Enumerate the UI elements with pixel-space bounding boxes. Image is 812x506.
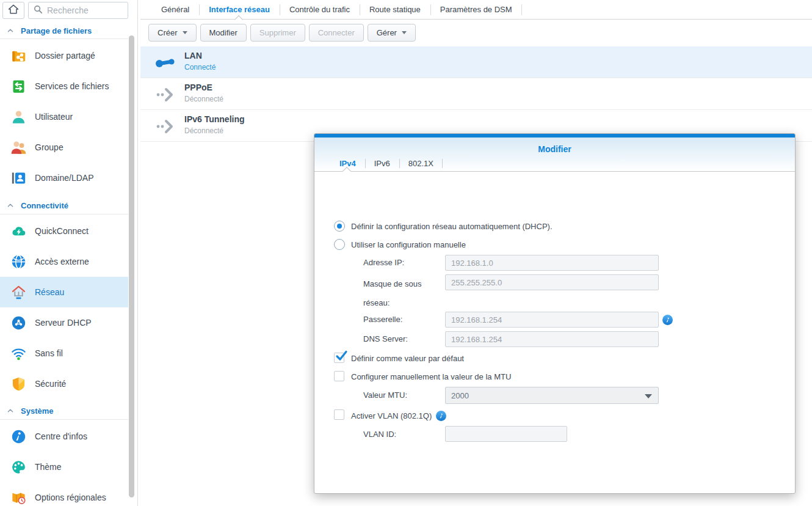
- tab-label: Route statique: [369, 5, 421, 14]
- tab-label: Contrôle du trafic: [289, 5, 350, 14]
- subnet-mask-input[interactable]: [445, 274, 659, 290]
- enable-vlan-checkbox[interactable]: [334, 409, 344, 420]
- dhcp-auto-radio[interactable]: [334, 221, 345, 232]
- theme-icon: [10, 459, 27, 475]
- connect-button[interactable]: Connecter: [309, 24, 364, 42]
- tab-general[interactable]: Général: [151, 0, 199, 19]
- dhcp-auto-radio-label: Définir la configuration réseau automati…: [351, 222, 553, 231]
- mtu-selected-value: 2000: [451, 391, 469, 400]
- sidebar-item-security[interactable]: Sécurité: [0, 369, 128, 399]
- connection-row-pppoe[interactable]: PPPoE Déconnecté: [140, 78, 812, 110]
- sidebar-item-group[interactable]: Groupe: [0, 132, 128, 163]
- connection-status: Connecté: [184, 63, 216, 72]
- sidebar-item-user[interactable]: Utilisateur: [0, 101, 128, 132]
- tab-label: IPv6: [374, 159, 390, 168]
- dns-server-input[interactable]: [445, 331, 659, 347]
- sidebar-item-label: Thème: [35, 462, 62, 472]
- tab-label: IPv4: [339, 159, 356, 168]
- tab-dsm-settings[interactable]: Paramètres de DSM: [430, 0, 522, 19]
- search-input[interactable]: [47, 6, 119, 15]
- sidebar-section-file-sharing[interactable]: Partage de fichiers: [0, 23, 128, 38]
- main-tabbar: Général Interface réseau Contrôle du tra…: [140, 0, 812, 20]
- connection-row-lan[interactable]: LAN Connecté: [140, 46, 812, 78]
- info-icon[interactable]: [436, 411, 446, 421]
- sidebar-section-connectivity[interactable]: Connectivité: [0, 198, 128, 213]
- vlan-id-label: VLAN ID:: [363, 430, 396, 439]
- sidebar-item-label: Sans fil: [35, 348, 63, 358]
- sidebar-item-label: Services de fichiers: [35, 81, 109, 91]
- connection-name: PPPoE: [184, 82, 212, 92]
- network-icon: [10, 284, 27, 301]
- tab-label: Général: [161, 5, 189, 14]
- gateway-input[interactable]: [445, 312, 659, 328]
- dialog-body: Définir la configuration réseau automati…: [314, 172, 795, 494]
- sidebar-item-domain-ldap[interactable]: Domaine/LDAP: [0, 163, 128, 193]
- connection-name: LAN: [184, 51, 202, 61]
- home-icon: [7, 3, 20, 18]
- button-label: Gérer: [377, 28, 397, 37]
- file-services-icon: [10, 78, 27, 95]
- manage-button[interactable]: Gérer: [368, 24, 416, 42]
- subnet-mask-label: Masque de sous réseau:: [363, 274, 443, 312]
- external-access-icon: [10, 254, 27, 270]
- sidebar: Partage de fichiers Dossier partagé Serv…: [0, 0, 128, 506]
- modify-button[interactable]: Modifier: [200, 24, 247, 42]
- tab-label: 802.1X: [408, 159, 433, 168]
- sidebar-item-label: Options régionales: [35, 493, 106, 502]
- sidebar-item-label: Accès externe: [35, 257, 89, 266]
- chevron-down-icon: [645, 394, 652, 398]
- dns-server-label: DNS Server:: [363, 334, 408, 343]
- set-as-default-label: Définir comme valeur par défaut: [351, 354, 464, 363]
- sidebar-item-external-access[interactable]: Accès externe: [0, 246, 128, 277]
- lan-icon: [154, 54, 178, 71]
- sidebar-item-label: Domaine/LDAP: [35, 173, 94, 183]
- sidebar-item-network[interactable]: Réseau: [0, 277, 128, 307]
- divider: [137, 0, 138, 506]
- divider: [0, 38, 128, 39]
- ip-address-input[interactable]: [445, 255, 659, 271]
- sidebar-scrollbar[interactable]: [129, 35, 134, 497]
- create-button[interactable]: Créer: [148, 24, 197, 42]
- info-icon[interactable]: [662, 315, 673, 325]
- security-icon: [10, 376, 27, 392]
- tab-ipv4[interactable]: IPv4: [330, 156, 365, 171]
- info-center-icon: [10, 428, 27, 445]
- button-label: Connecter: [318, 28, 355, 37]
- search-icon: [33, 4, 43, 17]
- sidebar-item-wireless[interactable]: Sans fil: [0, 338, 128, 369]
- delete-button[interactable]: Supprimer: [250, 24, 305, 42]
- button-label: Modifier: [209, 28, 237, 37]
- sidebar-item-info-center[interactable]: Centre d'infos: [0, 421, 128, 452]
- chevron-down-icon: [183, 31, 187, 34]
- sidebar-section-system[interactable]: Système: [0, 403, 128, 418]
- quickconnect-icon: [10, 223, 27, 240]
- connection-name: IPv6 Tunneling: [184, 114, 245, 124]
- set-as-default-checkbox[interactable]: [334, 353, 344, 363]
- enable-vlan-label-row: Activer VLAN (802.1Q): [351, 411, 446, 421]
- wireless-icon: [10, 345, 27, 362]
- dialog-header[interactable]: Modifier IPv4 IPv6 802.1X: [314, 138, 795, 172]
- tab-8021x[interactable]: 802.1X: [399, 156, 443, 171]
- vlan-id-input[interactable]: [445, 426, 567, 442]
- manual-mtu-checkbox[interactable]: [334, 371, 344, 381]
- mtu-value-dropdown[interactable]: 2000: [445, 387, 659, 404]
- sidebar-item-dhcp-server[interactable]: Serveur DHCP: [0, 307, 128, 338]
- tab-traffic-control[interactable]: Contrôle du trafic: [280, 0, 360, 19]
- tab-network-interface[interactable]: Interface réseau: [199, 0, 280, 19]
- tab-static-route[interactable]: Route statique: [360, 0, 430, 19]
- home-button[interactable]: [2, 2, 24, 19]
- sidebar-item-file-services[interactable]: Services de fichiers: [0, 71, 128, 101]
- sidebar-item-regional-options[interactable]: Options régionales: [0, 482, 128, 506]
- sidebar-item-quickconnect[interactable]: QuickConnect: [0, 216, 128, 246]
- manual-config-radio[interactable]: [334, 239, 345, 250]
- tab-ipv6[interactable]: IPv6: [365, 156, 399, 171]
- dialog-title: Modifier: [314, 138, 795, 158]
- domain-ldap-icon: [10, 170, 27, 186]
- search-box[interactable]: [28, 2, 128, 19]
- sidebar-item-shared-folder[interactable]: Dossier partagé: [0, 40, 128, 71]
- manual-config-radio-label: Utiliser la configuration manuelle: [351, 240, 466, 249]
- sidebar-item-label: Groupe: [35, 142, 63, 152]
- tab-label: Paramètres de DSM: [440, 5, 512, 14]
- mtu-value-label: Valeur MTU:: [363, 391, 407, 400]
- sidebar-item-theme[interactable]: Thème: [0, 452, 128, 482]
